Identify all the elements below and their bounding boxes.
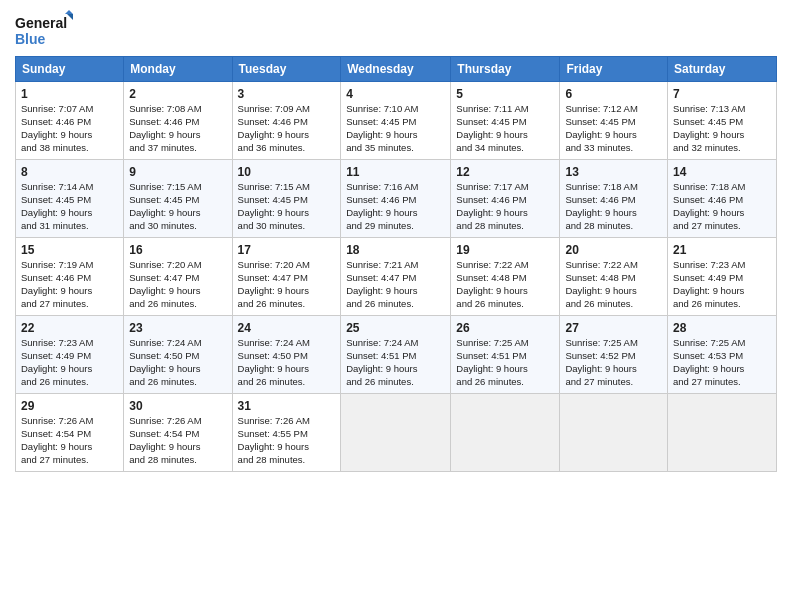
calendar-week-3: 15Sunrise: 7:19 AM Sunset: 4:46 PM Dayli… bbox=[16, 238, 777, 316]
calendar-cell: 27Sunrise: 7:25 AM Sunset: 4:52 PM Dayli… bbox=[560, 316, 668, 394]
day-info: Sunrise: 7:20 AM Sunset: 4:47 PM Dayligh… bbox=[238, 259, 336, 310]
day-number: 11 bbox=[346, 164, 445, 180]
day-info: Sunrise: 7:07 AM Sunset: 4:46 PM Dayligh… bbox=[21, 103, 118, 154]
day-number: 30 bbox=[129, 398, 226, 414]
day-number: 8 bbox=[21, 164, 118, 180]
calendar-cell: 19Sunrise: 7:22 AM Sunset: 4:48 PM Dayli… bbox=[451, 238, 560, 316]
day-number: 5 bbox=[456, 86, 554, 102]
day-number: 29 bbox=[21, 398, 118, 414]
calendar-cell: 1Sunrise: 7:07 AM Sunset: 4:46 PM Daylig… bbox=[16, 82, 124, 160]
svg-marker-2 bbox=[65, 10, 73, 14]
day-info: Sunrise: 7:12 AM Sunset: 4:45 PM Dayligh… bbox=[565, 103, 662, 154]
calendar-header-sunday: Sunday bbox=[16, 57, 124, 82]
day-info: Sunrise: 7:26 AM Sunset: 4:54 PM Dayligh… bbox=[21, 415, 118, 466]
day-info: Sunrise: 7:22 AM Sunset: 4:48 PM Dayligh… bbox=[456, 259, 554, 310]
calendar-cell: 16Sunrise: 7:20 AM Sunset: 4:47 PM Dayli… bbox=[124, 238, 232, 316]
calendar-cell: 22Sunrise: 7:23 AM Sunset: 4:49 PM Dayli… bbox=[16, 316, 124, 394]
calendar-cell: 24Sunrise: 7:24 AM Sunset: 4:50 PM Dayli… bbox=[232, 316, 341, 394]
calendar-cell: 12Sunrise: 7:17 AM Sunset: 4:46 PM Dayli… bbox=[451, 160, 560, 238]
calendar-header-wednesday: Wednesday bbox=[341, 57, 451, 82]
day-info: Sunrise: 7:16 AM Sunset: 4:46 PM Dayligh… bbox=[346, 181, 445, 232]
day-number: 25 bbox=[346, 320, 445, 336]
svg-text:Blue: Blue bbox=[15, 31, 46, 47]
day-number: 27 bbox=[565, 320, 662, 336]
day-info: Sunrise: 7:25 AM Sunset: 4:51 PM Dayligh… bbox=[456, 337, 554, 388]
day-info: Sunrise: 7:23 AM Sunset: 4:49 PM Dayligh… bbox=[673, 259, 771, 310]
day-number: 31 bbox=[238, 398, 336, 414]
day-number: 19 bbox=[456, 242, 554, 258]
day-info: Sunrise: 7:11 AM Sunset: 4:45 PM Dayligh… bbox=[456, 103, 554, 154]
day-info: Sunrise: 7:08 AM Sunset: 4:46 PM Dayligh… bbox=[129, 103, 226, 154]
calendar-cell: 28Sunrise: 7:25 AM Sunset: 4:53 PM Dayli… bbox=[668, 316, 777, 394]
calendar-cell: 17Sunrise: 7:20 AM Sunset: 4:47 PM Dayli… bbox=[232, 238, 341, 316]
day-info: Sunrise: 7:15 AM Sunset: 4:45 PM Dayligh… bbox=[129, 181, 226, 232]
calendar-cell: 31Sunrise: 7:26 AM Sunset: 4:55 PM Dayli… bbox=[232, 394, 341, 472]
day-number: 7 bbox=[673, 86, 771, 102]
calendar-week-1: 1Sunrise: 7:07 AM Sunset: 4:46 PM Daylig… bbox=[16, 82, 777, 160]
calendar-cell: 6Sunrise: 7:12 AM Sunset: 4:45 PM Daylig… bbox=[560, 82, 668, 160]
day-number: 17 bbox=[238, 242, 336, 258]
calendar-cell: 21Sunrise: 7:23 AM Sunset: 4:49 PM Dayli… bbox=[668, 238, 777, 316]
day-number: 1 bbox=[21, 86, 118, 102]
day-info: Sunrise: 7:23 AM Sunset: 4:49 PM Dayligh… bbox=[21, 337, 118, 388]
day-number: 18 bbox=[346, 242, 445, 258]
calendar-cell: 18Sunrise: 7:21 AM Sunset: 4:47 PM Dayli… bbox=[341, 238, 451, 316]
calendar-cell: 4Sunrise: 7:10 AM Sunset: 4:45 PM Daylig… bbox=[341, 82, 451, 160]
day-number: 13 bbox=[565, 164, 662, 180]
day-info: Sunrise: 7:22 AM Sunset: 4:48 PM Dayligh… bbox=[565, 259, 662, 310]
calendar-cell: 7Sunrise: 7:13 AM Sunset: 4:45 PM Daylig… bbox=[668, 82, 777, 160]
day-number: 26 bbox=[456, 320, 554, 336]
day-number: 10 bbox=[238, 164, 336, 180]
day-info: Sunrise: 7:26 AM Sunset: 4:55 PM Dayligh… bbox=[238, 415, 336, 466]
calendar-week-4: 22Sunrise: 7:23 AM Sunset: 4:49 PM Dayli… bbox=[16, 316, 777, 394]
svg-text:General: General bbox=[15, 15, 67, 31]
day-info: Sunrise: 7:14 AM Sunset: 4:45 PM Dayligh… bbox=[21, 181, 118, 232]
calendar-cell: 13Sunrise: 7:18 AM Sunset: 4:46 PM Dayli… bbox=[560, 160, 668, 238]
calendar-cell bbox=[668, 394, 777, 472]
calendar-week-2: 8Sunrise: 7:14 AM Sunset: 4:45 PM Daylig… bbox=[16, 160, 777, 238]
day-number: 28 bbox=[673, 320, 771, 336]
day-number: 4 bbox=[346, 86, 445, 102]
day-info: Sunrise: 7:25 AM Sunset: 4:53 PM Dayligh… bbox=[673, 337, 771, 388]
day-info: Sunrise: 7:09 AM Sunset: 4:46 PM Dayligh… bbox=[238, 103, 336, 154]
calendar: SundayMondayTuesdayWednesdayThursdayFrid… bbox=[15, 56, 777, 472]
day-info: Sunrise: 7:26 AM Sunset: 4:54 PM Dayligh… bbox=[129, 415, 226, 466]
calendar-header-friday: Friday bbox=[560, 57, 668, 82]
day-info: Sunrise: 7:18 AM Sunset: 4:46 PM Dayligh… bbox=[565, 181, 662, 232]
day-number: 15 bbox=[21, 242, 118, 258]
day-info: Sunrise: 7:17 AM Sunset: 4:46 PM Dayligh… bbox=[456, 181, 554, 232]
calendar-cell: 2Sunrise: 7:08 AM Sunset: 4:46 PM Daylig… bbox=[124, 82, 232, 160]
day-info: Sunrise: 7:24 AM Sunset: 4:50 PM Dayligh… bbox=[238, 337, 336, 388]
calendar-cell bbox=[341, 394, 451, 472]
logo: General Blue bbox=[15, 10, 75, 50]
day-info: Sunrise: 7:15 AM Sunset: 4:45 PM Dayligh… bbox=[238, 181, 336, 232]
calendar-header-saturday: Saturday bbox=[668, 57, 777, 82]
day-number: 9 bbox=[129, 164, 226, 180]
day-info: Sunrise: 7:21 AM Sunset: 4:47 PM Dayligh… bbox=[346, 259, 445, 310]
calendar-cell: 11Sunrise: 7:16 AM Sunset: 4:46 PM Dayli… bbox=[341, 160, 451, 238]
day-number: 14 bbox=[673, 164, 771, 180]
calendar-cell: 15Sunrise: 7:19 AM Sunset: 4:46 PM Dayli… bbox=[16, 238, 124, 316]
day-info: Sunrise: 7:25 AM Sunset: 4:52 PM Dayligh… bbox=[565, 337, 662, 388]
day-info: Sunrise: 7:24 AM Sunset: 4:50 PM Dayligh… bbox=[129, 337, 226, 388]
calendar-cell: 8Sunrise: 7:14 AM Sunset: 4:45 PM Daylig… bbox=[16, 160, 124, 238]
calendar-cell: 20Sunrise: 7:22 AM Sunset: 4:48 PM Dayli… bbox=[560, 238, 668, 316]
calendar-cell bbox=[560, 394, 668, 472]
calendar-cell: 30Sunrise: 7:26 AM Sunset: 4:54 PM Dayli… bbox=[124, 394, 232, 472]
calendar-cell bbox=[451, 394, 560, 472]
calendar-header-row: SundayMondayTuesdayWednesdayThursdayFrid… bbox=[16, 57, 777, 82]
day-number: 21 bbox=[673, 242, 771, 258]
svg-marker-3 bbox=[67, 14, 73, 20]
calendar-header-thursday: Thursday bbox=[451, 57, 560, 82]
day-info: Sunrise: 7:24 AM Sunset: 4:51 PM Dayligh… bbox=[346, 337, 445, 388]
calendar-cell: 5Sunrise: 7:11 AM Sunset: 4:45 PM Daylig… bbox=[451, 82, 560, 160]
calendar-cell: 14Sunrise: 7:18 AM Sunset: 4:46 PM Dayli… bbox=[668, 160, 777, 238]
day-number: 2 bbox=[129, 86, 226, 102]
day-number: 16 bbox=[129, 242, 226, 258]
day-number: 23 bbox=[129, 320, 226, 336]
day-info: Sunrise: 7:10 AM Sunset: 4:45 PM Dayligh… bbox=[346, 103, 445, 154]
day-number: 6 bbox=[565, 86, 662, 102]
day-info: Sunrise: 7:20 AM Sunset: 4:47 PM Dayligh… bbox=[129, 259, 226, 310]
calendar-header-tuesday: Tuesday bbox=[232, 57, 341, 82]
calendar-header-monday: Monday bbox=[124, 57, 232, 82]
